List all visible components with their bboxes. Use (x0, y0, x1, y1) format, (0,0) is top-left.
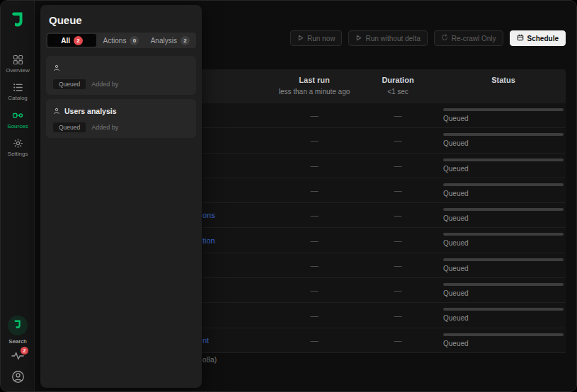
duration-value: — (394, 161, 402, 170)
status-label: Queued (443, 190, 564, 197)
status-cell: Queued (443, 208, 564, 222)
duration-value: — (394, 336, 402, 345)
status-cell: Queued (443, 133, 564, 147)
person-icon (53, 105, 60, 117)
summary-duration: <1 sec (387, 88, 409, 96)
queue-tabs: All 2 Actions 0 Analysis 2 (46, 33, 196, 48)
duration-value: — (394, 211, 402, 219)
last-run-value: — (311, 261, 319, 270)
account-button[interactable] (8, 370, 27, 386)
refresh-icon (441, 34, 448, 42)
duration-value: — (394, 286, 402, 294)
last-run-value: — (311, 336, 319, 345)
grid-icon (13, 54, 23, 65)
progress-bar (443, 108, 564, 111)
sidebar-item-label: Sources (7, 123, 28, 129)
added-by-label: Added by (91, 81, 118, 88)
queue-item[interactable]: Users analysisQueuedAdded by (46, 99, 196, 138)
last-run-value: — (311, 236, 319, 245)
sidebar-item-sources[interactable]: Sources (1, 110, 35, 129)
last-run-value: — (311, 186, 319, 195)
gear-icon (13, 138, 23, 149)
progress-bar (443, 308, 564, 311)
progress-bar (443, 158, 564, 161)
list-icon (13, 82, 23, 93)
status-label: Queued (443, 115, 564, 122)
status-label: Queued (443, 214, 564, 222)
status-label: Queued (443, 314, 564, 322)
duration-value: — (394, 186, 402, 195)
row-name-link[interactable]: nt (202, 336, 209, 345)
status-cell: Queued (443, 283, 564, 297)
activity-button[interactable]: 2 (8, 350, 27, 365)
sidebar-item-overview[interactable]: Overview (1, 54, 35, 74)
status-cell: Queued (443, 233, 564, 247)
status-label: Queued (443, 139, 564, 147)
progress-bar (443, 233, 564, 236)
sidebar-bottom: Search 2 (1, 316, 35, 386)
queue-item[interactable]: QueuedAdded by (46, 56, 196, 95)
last-run-value: — (311, 111, 319, 120)
sidebar-nav: Overview Catalog Sources Settings (1, 54, 35, 157)
schedule-button[interactable]: Schedule (510, 30, 566, 46)
progress-bar (443, 133, 564, 136)
button-label: Schedule (527, 35, 559, 42)
sidebar-item-catalog[interactable]: Catalog (1, 82, 35, 101)
sidebar-item-label: Settings (8, 151, 28, 157)
progress-bar (443, 183, 564, 186)
queue-drawer: Queue All 2 Actions 0 Analysis 2 QueuedA… (40, 5, 202, 388)
tab-label: All (61, 37, 70, 45)
recrawl-only-button[interactable]: Re-crawl Only (434, 30, 503, 46)
play-icon (355, 35, 362, 42)
status-cell: Queued (443, 108, 564, 122)
progress-bar (443, 283, 564, 286)
progress-bar (443, 258, 564, 261)
duration-value: — (394, 236, 402, 245)
progress-bar (443, 208, 564, 211)
status-label: Queued (443, 340, 564, 347)
search-button[interactable] (8, 316, 28, 335)
app-logo-icon (9, 11, 26, 32)
status-badge: Queued (53, 79, 86, 89)
button-label: Run now (307, 35, 335, 42)
row-name-link[interactable]: ons (202, 211, 215, 219)
person-icon (53, 62, 60, 74)
queue-list: QueuedAdded byUsers analysisQueuedAdded … (40, 56, 202, 138)
status-label: Queued (443, 239, 564, 247)
sidebar-item-label: Catalog (8, 95, 28, 101)
column-header-status: Status (491, 76, 515, 84)
search-label: Search (8, 338, 26, 345)
status-label: Queued (443, 289, 564, 297)
footer-fragment: o8a) (202, 356, 217, 364)
added-by-label: Added by (91, 124, 118, 131)
duration-value: — (394, 111, 402, 120)
tab-badge: 0 (130, 36, 139, 45)
sidebar-item-settings[interactable]: Settings (1, 138, 35, 157)
run-now-button[interactable]: Run now (290, 30, 342, 46)
run-without-delta-button[interactable]: Run without delta (348, 30, 427, 46)
queue-item-header (53, 62, 189, 74)
last-run-value: — (311, 311, 319, 320)
sidebar-item-label: Overview (6, 67, 29, 74)
tab-actions[interactable]: Actions 0 (96, 34, 145, 47)
search-logo-icon (13, 319, 23, 333)
sidebar: Overview Catalog Sources Settings (1, 1, 35, 391)
status-label: Queued (443, 265, 564, 272)
duration-value: — (394, 261, 402, 270)
button-label: Re-crawl Only (452, 35, 496, 42)
progress-bar (443, 333, 564, 336)
tab-all[interactable]: All 2 (47, 34, 96, 47)
status-label: Queued (443, 165, 564, 173)
row-name-link[interactable]: tion (202, 236, 215, 245)
drawer-title: Queue (40, 5, 202, 26)
app-window: Overview Catalog Sources Settings (0, 0, 577, 392)
status-cell: Queued (443, 333, 564, 347)
notifications-badge: 2 (21, 347, 28, 354)
column-header-last-run: Last run (299, 76, 329, 84)
status-cell: Queued (443, 183, 564, 197)
tab-badge: 2 (181, 36, 190, 45)
calendar-icon (517, 34, 524, 42)
queue-item-meta-row: QueuedAdded by (53, 122, 189, 132)
tab-analysis[interactable]: Analysis 2 (146, 34, 195, 47)
last-run-value: — (311, 136, 319, 144)
